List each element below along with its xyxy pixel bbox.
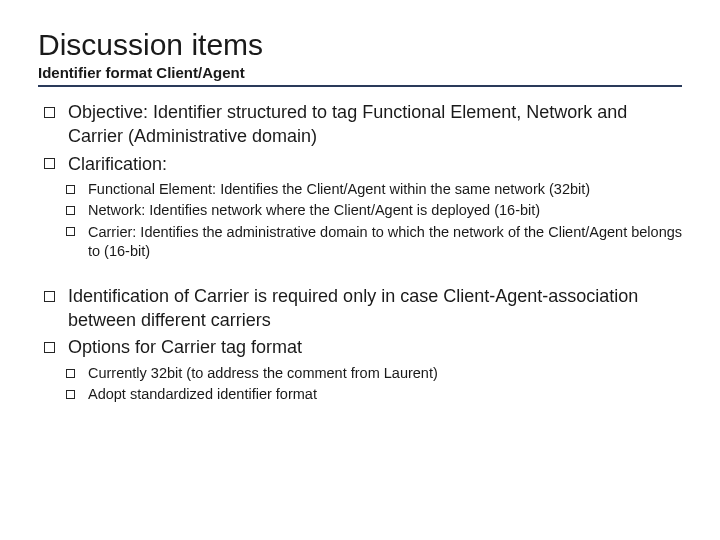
checkbox-bullet-icon — [66, 369, 75, 378]
list-item: Identification of Carrier is required on… — [44, 285, 682, 333]
list-item: Objective: Identifier structured to tag … — [44, 101, 682, 149]
list-item-text: Adopt standardized identifier format — [88, 386, 317, 402]
list-item-text: Currently 32bit (to address the comment … — [88, 365, 438, 381]
bullet-list-a: Objective: Identifier structured to tag … — [44, 101, 682, 261]
list-item-text: Clarification: — [68, 154, 167, 174]
checkbox-bullet-icon — [66, 185, 75, 194]
spacer — [38, 271, 682, 285]
list-item-text: Objective: Identifier structured to tag … — [68, 102, 627, 146]
list-item: Network: Identifies network where the Cl… — [66, 201, 682, 220]
list-item: Carrier: Identifies the administrative d… — [66, 223, 682, 261]
checkbox-bullet-icon — [66, 227, 75, 236]
checkbox-bullet-icon — [44, 342, 55, 353]
list-item-text: Carrier: Identifies the administrative d… — [88, 224, 682, 259]
list-item: Adopt standardized identifier format — [66, 385, 682, 404]
list-item: Currently 32bit (to address the comment … — [66, 364, 682, 383]
list-item: Clarification: — [44, 153, 682, 177]
checkbox-bullet-icon — [66, 390, 75, 399]
sub-list: Functional Element: Identifies the Clien… — [66, 180, 682, 261]
sub-list: Currently 32bit (to address the comment … — [66, 364, 682, 404]
list-item-text: Options for Carrier tag format — [68, 337, 302, 357]
bullet-list-b: Identification of Carrier is required on… — [44, 285, 682, 405]
list-item-text: Functional Element: Identifies the Clien… — [88, 181, 590, 197]
list-item-text: Identification of Carrier is required on… — [68, 286, 638, 330]
list-item-text: Network: Identifies network where the Cl… — [88, 202, 540, 218]
list-item: Functional Element: Identifies the Clien… — [66, 180, 682, 199]
page-title: Discussion items — [38, 28, 682, 62]
list-item: Options for Carrier tag format — [44, 336, 682, 360]
page-subtitle: Identifier format Client/Agent — [38, 64, 682, 87]
checkbox-bullet-icon — [44, 107, 55, 118]
checkbox-bullet-icon — [44, 158, 55, 169]
checkbox-bullet-icon — [44, 291, 55, 302]
checkbox-bullet-icon — [66, 206, 75, 215]
